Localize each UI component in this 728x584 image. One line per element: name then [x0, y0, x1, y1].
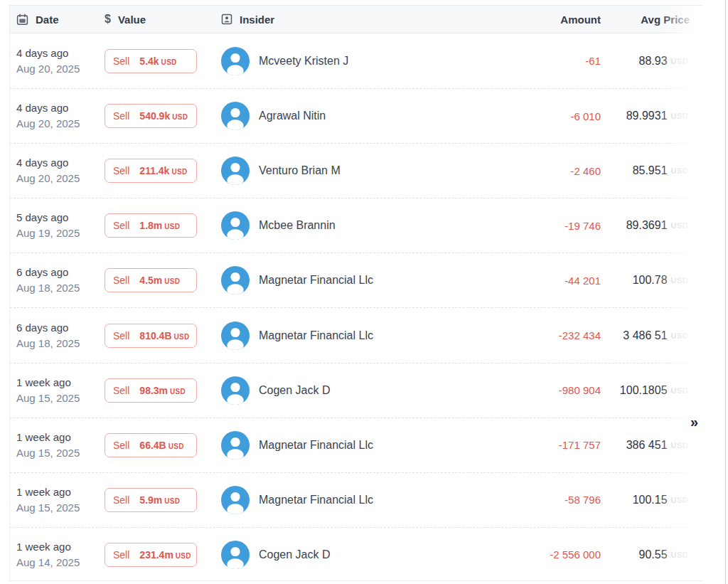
avg-price-currency: USD [671, 386, 688, 395]
table-row[interactable]: 1 week ago Aug 15, 2025 Sell 98.3mUSD [10, 363, 703, 418]
insider-name[interactable]: Cogen Jack D [259, 384, 331, 397]
trade-value-currency: USD [176, 552, 191, 560]
amount-value: -6 010 [570, 110, 601, 122]
insider-name[interactable]: Magnetar Financial Llc [259, 329, 373, 342]
amount-cell: -6 010 [494, 110, 601, 122]
insider-name[interactable]: Magnetar Financial Llc [259, 274, 373, 287]
insider-name[interactable]: Agrawal Nitin [259, 110, 326, 122]
table-header: Date $ Value Insider Amount Avg Price [10, 6, 703, 33]
value-cell: Sell 4.5mUSD [97, 268, 214, 292]
avg-price-value: 89.9931 [626, 110, 668, 122]
table-row[interactable]: 6 days ago Aug 18, 2025 Sell 810.4BUSD [10, 307, 703, 362]
trade-value: 5.4kUSD [139, 55, 176, 68]
date-absolute: Aug 14, 2025 [16, 555, 80, 570]
date-relative: 1 week ago [16, 430, 71, 445]
insider-name[interactable]: Magnetar Financial Llc [259, 494, 373, 506]
date-absolute: Aug 18, 2025 [16, 280, 80, 296]
avg-price-value: 100.78 [633, 274, 668, 287]
date-relative: 6 days ago [16, 265, 68, 280]
table-body: 4 days ago Aug 20, 2025 Sell 5.4kUSD [10, 33, 703, 581]
insider-name[interactable]: Venturo Brian M [259, 164, 341, 177]
avg-price-value: 88.93 [639, 55, 668, 68]
trade-action-badge: Sell 98.3mUSD [105, 378, 197, 403]
insider-cell: Magnetar Financial Llc [214, 266, 494, 294]
trade-value: 810.4BUSD [139, 329, 189, 342]
insider-cell: Mcbee Brannin [214, 211, 494, 240]
trade-action-label: Sell [113, 220, 129, 231]
amount-cell: -19 746 [494, 220, 601, 232]
amount-value: -44 201 [564, 275, 601, 287]
amount-value: -19 746 [564, 220, 601, 232]
trade-action-badge: Sell 66.4BUSD [105, 433, 197, 457]
avg-price-cell: 100.15 USD [601, 494, 703, 506]
date-absolute: Aug 15, 2025 [16, 445, 80, 461]
insider-avatar-icon [221, 541, 250, 569]
insider-avatar-icon [221, 322, 250, 350]
amount-value: -2 556 000 [550, 548, 601, 561]
table-row[interactable]: 6 days ago Aug 18, 2025 Sell 4.5mUSD [10, 253, 703, 307]
date-relative: 6 days ago [16, 320, 68, 336]
avg-price-value: 100.15 [633, 494, 668, 506]
avg-price-value: 90.55 [639, 548, 668, 561]
avg-price-value: 89.3691 [626, 219, 668, 232]
avg-price-value: 100.1805 [620, 384, 668, 397]
date-cell: 6 days ago Aug 18, 2025 [10, 265, 97, 296]
value-cell: Sell 231.4mUSD [97, 543, 214, 567]
table-row[interactable]: 4 days ago Aug 20, 2025 Sell 211.4kUSD [10, 143, 703, 198]
insider-avatar-icon [221, 376, 250, 405]
amount-value: -2 460 [570, 165, 601, 177]
column-label-value: Value [118, 14, 146, 26]
trade-action-badge: Sell 1.8mUSD [105, 213, 197, 238]
insider-cell: Magnetar Financial Llc [214, 322, 494, 350]
value-cell: Sell 540.9kUSD [97, 104, 214, 128]
insider-avatar-icon [221, 102, 250, 130]
trade-value-currency: USD [174, 333, 190, 341]
trade-value: 5.9mUSD [139, 494, 180, 506]
avg-price-currency: USD [671, 496, 688, 504]
insider-name[interactable]: Cogen Jack D [259, 548, 331, 561]
column-header-insider[interactable]: Insider [214, 14, 494, 26]
trade-action-badge: Sell 5.9mUSD [105, 488, 197, 512]
insider-avatar-icon [221, 486, 250, 514]
column-label-amount: Amount [560, 14, 601, 26]
column-header-date[interactable]: Date [10, 14, 97, 26]
table-row[interactable]: 1 week ago Aug 15, 2025 Sell 66.4BUSD [10, 418, 703, 472]
value-cell: Sell 810.4BUSD [97, 324, 214, 348]
avg-price-cell: 89.9931 USD [601, 110, 703, 122]
trade-action-label: Sell [113, 494, 129, 506]
trade-value: 66.4BUSD [139, 439, 183, 452]
date-cell: 5 days ago Aug 19, 2025 [10, 210, 97, 241]
insider-cell: Magnetar Financial Llc [214, 431, 494, 460]
date-relative: 4 days ago [16, 46, 68, 61]
table-row[interactable]: 4 days ago Aug 20, 2025 Sell 540.9kUSD [10, 88, 703, 143]
table-row[interactable]: 1 week ago Aug 14, 2025 Sell 231.4mUSD [10, 527, 703, 581]
table-row[interactable]: 5 days ago Aug 19, 2025 Sell 1.8mUSD [10, 198, 703, 253]
scroll-right-indicator-icon[interactable]: » [690, 415, 698, 429]
insider-name[interactable]: Mcbee Brannin [259, 219, 336, 232]
date-cell: 1 week ago Aug 15, 2025 [10, 484, 97, 516]
trade-value-currency: USD [168, 442, 184, 450]
amount-cell: -980 904 [494, 384, 601, 396]
column-header-value[interactable]: $ Value [97, 14, 214, 26]
calendar-icon [16, 14, 28, 26]
insider-name[interactable]: Mcveety Kristen J [259, 55, 348, 68]
value-cell: Sell 66.4BUSD [97, 433, 214, 457]
trade-value: 4.5mUSD [139, 274, 180, 287]
column-header-amount[interactable]: Amount [494, 14, 601, 26]
value-cell: Sell 5.4kUSD [97, 49, 214, 73]
avg-price-currency: USD [671, 551, 688, 559]
amount-cell: -2 556 000 [494, 548, 601, 561]
avg-price-currency: USD [671, 441, 688, 450]
avg-price-currency: USD [671, 276, 688, 285]
insider-name[interactable]: Magnetar Financial Llc [259, 439, 373, 452]
insider-cell: Cogen Jack D [214, 541, 494, 569]
table-row[interactable]: 1 week ago Aug 15, 2025 Sell 5.9mUSD [10, 472, 703, 527]
date-relative: 5 days ago [16, 210, 68, 225]
avg-price-cell: 386 451 USD [601, 439, 703, 452]
table-row[interactable]: 4 days ago Aug 20, 2025 Sell 5.4kUSD [10, 33, 703, 88]
date-relative: 1 week ago [16, 484, 71, 500]
insider-cell: Venturo Brian M [214, 156, 494, 185]
column-header-avg-price[interactable]: Avg Price [601, 14, 703, 26]
trade-value: 1.8mUSD [139, 219, 180, 232]
insider-trades-table: Date $ Value Insider Amount Avg Price [9, 5, 703, 581]
